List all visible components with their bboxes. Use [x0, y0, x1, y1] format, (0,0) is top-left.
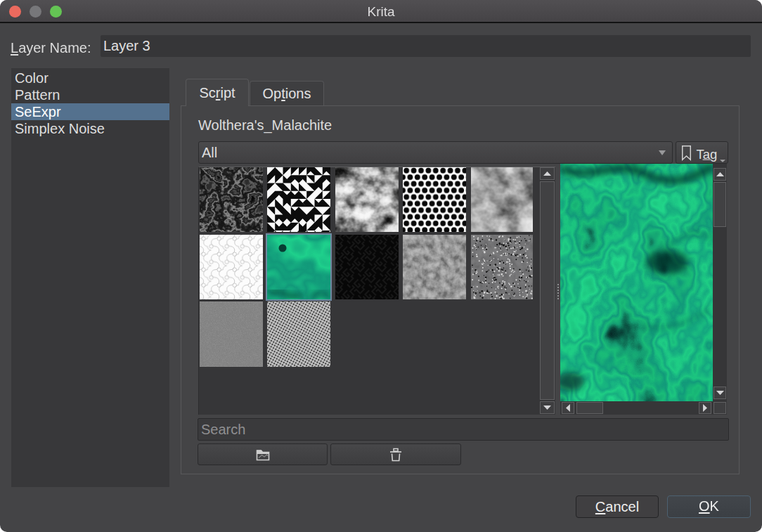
svg-text:Tag: Tag	[697, 147, 718, 162]
